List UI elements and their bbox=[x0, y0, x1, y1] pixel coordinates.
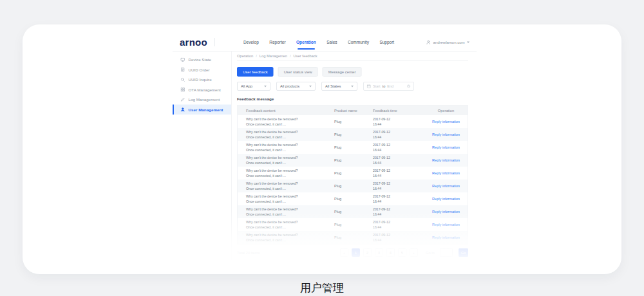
pagination-total: Total 20 items bbox=[237, 251, 260, 255]
next-page-button[interactable]: › bbox=[410, 248, 418, 257]
all-app-select[interactable]: All App bbox=[237, 82, 270, 91]
app-window: arnoo Develop Reporter Operation Sales C… bbox=[173, 33, 477, 269]
product-name-cell: Plug bbox=[334, 171, 373, 175]
table-row: Why can't the device be removed? Once co… bbox=[238, 231, 468, 244]
arnoo-logo[interactable]: arnoo bbox=[180, 37, 207, 48]
feedback-content-cell: Why can't the device be removed? Once co… bbox=[238, 219, 334, 229]
table-row: Why can't the device be removed? Once co… bbox=[238, 167, 468, 180]
sidebar-item-label: UUID Inquire bbox=[189, 77, 212, 82]
feedback-time-cell: 2017-09-12 16:44 bbox=[373, 207, 424, 216]
reply-information-link[interactable]: Reply information bbox=[432, 145, 460, 149]
product-name-cell: Plug bbox=[334, 210, 373, 214]
sidebar-item-log-management[interactable]: Log Management bbox=[173, 95, 231, 105]
user-icon bbox=[180, 107, 185, 113]
breadcrumb: Operation / Log Managemen / User feedbac… bbox=[237, 51, 468, 61]
sidebar-item-label: User Management bbox=[189, 107, 223, 112]
tab[interactable]: User feedback bbox=[237, 67, 274, 77]
sidebar-item-device-state[interactable]: Device State bbox=[173, 55, 231, 65]
grid-icon bbox=[180, 88, 185, 93]
table-row: Why can't the device be removed? Once co… bbox=[238, 128, 468, 141]
product-name-cell: Plug bbox=[334, 133, 373, 136]
sidebar-item-user-management[interactable]: User Management bbox=[173, 105, 231, 115]
column-header-product-name: Product name bbox=[334, 109, 373, 113]
reply-information-link[interactable]: Reply information bbox=[432, 120, 460, 124]
feedback-content-cell: Why can't the device be removed? Once co… bbox=[238, 155, 334, 165]
reply-information-link[interactable]: Reply information bbox=[432, 133, 460, 136]
page-number-button[interactable]: 5 bbox=[398, 248, 406, 257]
column-header-operation: Operation bbox=[424, 109, 468, 113]
feedback-table: Feedback content Product name Feedback t… bbox=[237, 105, 468, 245]
reply-information-link[interactable]: Reply information bbox=[432, 223, 460, 227]
table-row: Why can't the device be removed? Once co… bbox=[238, 115, 468, 128]
prev-page-button[interactable]: ‹ bbox=[340, 248, 348, 257]
product-name-cell: Plug bbox=[334, 197, 373, 201]
product-name-cell: Plug bbox=[334, 184, 373, 188]
pagination-bar: Total 20 items ‹ 1 2 3 4 bbox=[237, 248, 468, 257]
feedback-content-cell: Why can't the device be removed? Once co… bbox=[238, 232, 334, 242]
goto-page-input[interactable] bbox=[440, 248, 453, 257]
order-icon bbox=[180, 68, 185, 73]
product-name-cell: Plug bbox=[334, 236, 373, 239]
header-divider bbox=[214, 38, 215, 46]
table-row: Why can't the device be removed? Once co… bbox=[238, 192, 468, 205]
product-name-cell: Plug bbox=[334, 120, 373, 124]
goto-page-label: Go to bbox=[426, 251, 435, 255]
sidebar-item-label: UUID Order bbox=[189, 68, 210, 72]
sidebar-item-ota-management[interactable]: OTA Management bbox=[173, 85, 231, 95]
reply-information-link[interactable]: Reply information bbox=[432, 236, 460, 239]
table-section-title: Feedback message bbox=[237, 97, 468, 101]
pencil-icon bbox=[180, 97, 185, 102]
table-row: Why can't the device be removed? Once co… bbox=[238, 154, 468, 167]
sidebar-item-uuid-order[interactable]: UUID Order bbox=[173, 65, 231, 75]
reply-information-link[interactable]: Reply information bbox=[432, 158, 460, 162]
feedback-content-cell: Why can't the device be removed? Once co… bbox=[238, 142, 334, 152]
breadcrumb-item[interactable]: Log Managemen bbox=[260, 54, 287, 58]
start-date-placeholder: Start bbox=[373, 84, 381, 88]
breadcrumb-item-current: User feedback bbox=[294, 54, 317, 58]
page-number-button[interactable]: 3 bbox=[375, 248, 383, 257]
all-products-select[interactable]: All products bbox=[276, 82, 316, 91]
product-name-cell: Plug bbox=[334, 158, 373, 162]
nav-item[interactable]: Develop bbox=[243, 38, 259, 47]
app-screenshot: arnoo Develop Reporter Operation Sales C… bbox=[173, 33, 477, 269]
nav-item[interactable]: Sales bbox=[327, 38, 337, 47]
go-button[interactable]: Go bbox=[459, 248, 468, 257]
page-number-button[interactable]: 2 bbox=[363, 248, 372, 257]
select-value: All App bbox=[241, 84, 252, 88]
table-header-row: Feedback content Product name Feedback t… bbox=[238, 106, 468, 115]
feedback-content-cell: Why can't the device be removed? Once co… bbox=[238, 116, 334, 126]
tab[interactable]: User status view bbox=[278, 67, 318, 77]
nav-item[interactable]: Reporter bbox=[269, 38, 285, 47]
feedback-time-cell: 2017-09-12 16:44 bbox=[373, 142, 424, 152]
feedback-time-cell: 2017-09-12 16:44 bbox=[373, 155, 424, 165]
caption: 用户管理 bbox=[0, 281, 644, 295]
feedback-time-cell: 2017-09-12 16:44 bbox=[373, 232, 424, 242]
reply-information-link[interactable]: Reply information bbox=[432, 197, 460, 201]
showcase-card: arnoo Develop Reporter Operation Sales C… bbox=[23, 24, 621, 274]
nav-item[interactable]: Community bbox=[348, 38, 369, 47]
feedback-content-cell: Why can't the device be removed? Once co… bbox=[238, 181, 334, 190]
reply-information-link[interactable]: Reply information bbox=[432, 171, 460, 175]
feedback-content-cell: Why can't the device be removed? Once co… bbox=[238, 168, 334, 178]
calendar-icon bbox=[367, 84, 372, 89]
nav-item[interactable]: Support bbox=[379, 38, 394, 47]
nav-item[interactable]: Operation bbox=[296, 38, 316, 47]
sidebar: Device State UUID Order bbox=[173, 51, 232, 269]
reply-information-link[interactable]: Reply information bbox=[432, 210, 460, 214]
sidebar-item-label: OTA Management bbox=[189, 88, 221, 92]
sidebar-item-uuid-inquire[interactable]: UUID Inquire bbox=[173, 75, 231, 85]
user-menu[interactable]: andrewlarson.com bbox=[426, 40, 469, 45]
column-header-feedback-time: Feedback time bbox=[373, 109, 424, 113]
page-background: arnoo Develop Reporter Operation Sales C… bbox=[0, 0, 644, 296]
date-range-picker[interactable]: Start to End bbox=[363, 82, 414, 91]
breadcrumb-item[interactable]: Operation bbox=[237, 54, 253, 58]
tab[interactable]: Message center bbox=[323, 67, 362, 77]
all-states-select[interactable]: All States bbox=[321, 82, 357, 91]
chevron-down-icon bbox=[309, 86, 312, 88]
clock-icon bbox=[407, 84, 411, 88]
page-number-button[interactable]: 1 bbox=[352, 248, 360, 257]
user-avatar-icon bbox=[426, 40, 431, 45]
page-number-button[interactable]: 4 bbox=[386, 248, 395, 257]
chevron-down-icon bbox=[351, 86, 354, 88]
reply-information-link[interactable]: Reply information bbox=[432, 184, 460, 188]
